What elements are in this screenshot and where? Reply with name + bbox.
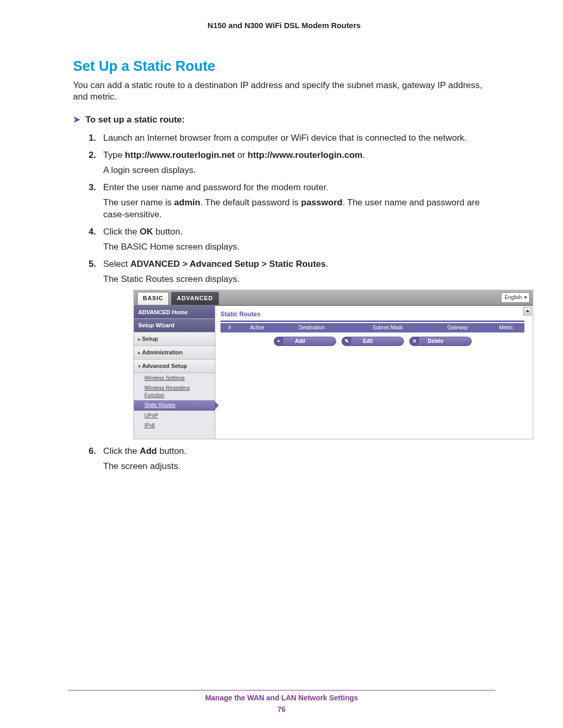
steps-list: Launch an Internet browser from a comput… bbox=[89, 132, 495, 472]
sub-wireless-repeating[interactable]: Wireless Repeating Function bbox=[134, 383, 215, 400]
doc-header: N150 and N300 WiFi DSL Modem Routers bbox=[73, 21, 495, 30]
sidebar-sub-items: Wireless Settings Wireless Repeating Fun… bbox=[134, 373, 215, 431]
sub-upnp[interactable]: UPnP bbox=[134, 411, 215, 421]
step-2-url2: http://www.routerlogin.com bbox=[248, 150, 362, 160]
step-2-pre: Type bbox=[103, 150, 125, 160]
document-page: N150 and N300 WiFi DSL Modem Routers Set… bbox=[0, 0, 563, 728]
arrow-icon: ➤ bbox=[73, 114, 80, 125]
sub-static-routes[interactable]: Static Routes bbox=[134, 400, 215, 411]
footer-title: Manage the WAN and LAN Network Settings bbox=[205, 694, 358, 702]
main-panel: Static Routes # Active Destination Subne… bbox=[215, 306, 533, 439]
sub-static-routes-wrap: Static Routes bbox=[134, 400, 215, 411]
step-4: Click the OK button. The BASIC Home scre… bbox=[89, 226, 495, 253]
table-header: # Active Destination Subnet Mask Gateway… bbox=[221, 323, 524, 332]
footer-divider bbox=[68, 690, 495, 690]
edit-label: Edit bbox=[363, 338, 373, 345]
step-6: Click the Add button. The screen adjusts… bbox=[89, 446, 495, 473]
col-active: Active bbox=[239, 324, 275, 331]
sidebar-setup-wizard[interactable]: Setup Wizard bbox=[134, 319, 215, 332]
step-4-bold: OK bbox=[140, 227, 153, 237]
delete-label: Delete bbox=[427, 338, 443, 345]
step-3-note: The user name is admin. The default pass… bbox=[103, 197, 495, 221]
page-number: 76 bbox=[0, 705, 563, 713]
footer: Manage the WAN and LAN Network Settings … bbox=[0, 694, 563, 713]
sidebar-advanced-setup[interactable]: Advanced Setup bbox=[134, 360, 215, 373]
panel-title: Static Routes bbox=[221, 308, 524, 320]
sidebar-advanced-home[interactable]: ADVANCED Home bbox=[134, 306, 215, 319]
x-icon: ✕ bbox=[410, 337, 420, 346]
step-5-note: The Static Routes screen displays. bbox=[103, 274, 495, 286]
step-2: Type http://www.routerlogin.net or http:… bbox=[89, 150, 495, 177]
step-6-bold: Add bbox=[140, 446, 157, 456]
step-1-text: Launch an Internet browser from a comput… bbox=[103, 133, 467, 143]
step-3: Enter the user name and password for the… bbox=[89, 182, 495, 221]
sidebar: ADVANCED Home Setup Wizard Setup Adminis… bbox=[134, 306, 215, 439]
sidebar-administration[interactable]: Administration bbox=[134, 346, 215, 360]
router-body: ADVANCED Home Setup Wizard Setup Adminis… bbox=[134, 306, 533, 439]
col-subnet: Subnet Mask bbox=[348, 324, 427, 331]
step-2-mid: or bbox=[235, 150, 248, 160]
step-2-note: A login screen displays. bbox=[103, 165, 495, 177]
add-label: Add bbox=[295, 338, 305, 345]
step-5-post: . bbox=[326, 259, 328, 269]
col-hash: # bbox=[221, 324, 239, 331]
tab-advanced[interactable]: ADVANCED bbox=[171, 292, 219, 305]
col-gateway: Gateway bbox=[427, 324, 488, 331]
col-metric: Metric bbox=[488, 324, 524, 331]
step-2-url1: http://www.routerlogin.net bbox=[125, 150, 235, 160]
edit-button[interactable]: ✎ Edit bbox=[341, 337, 404, 346]
sidebar-setup[interactable]: Setup bbox=[134, 332, 215, 346]
step-4-pre: Click the bbox=[103, 227, 140, 237]
router-ui-screenshot: BASIC ADVANCED English ADVANCED Home Set… bbox=[133, 290, 533, 439]
step-1: Launch an Internet browser from a comput… bbox=[89, 132, 495, 144]
divider bbox=[221, 320, 524, 322]
step-5-pre: Select bbox=[103, 259, 130, 269]
procedure-title: To set up a static route: bbox=[85, 115, 185, 125]
step-2-post: . bbox=[362, 150, 365, 160]
step-5: Select ADVANCED > Advanced Setup > Stati… bbox=[89, 258, 495, 439]
pencil-icon: ✎ bbox=[342, 337, 352, 346]
step-6-pre: Click the bbox=[103, 446, 140, 456]
language-select[interactable]: English bbox=[501, 292, 530, 303]
step-5-bold: ADVANCED > Advanced Setup > Static Route… bbox=[130, 259, 326, 269]
col-destination: Destination bbox=[275, 324, 348, 331]
action-row: + Add ✎ Edit ✕ Delete bbox=[221, 332, 524, 350]
plus-icon: + bbox=[274, 337, 284, 346]
delete-button[interactable]: ✕ Delete bbox=[409, 337, 472, 346]
tab-basic[interactable]: BASIC bbox=[137, 292, 169, 305]
intro-text: You can add a static route to a destinat… bbox=[73, 80, 495, 103]
tab-bar: BASIC ADVANCED English bbox=[134, 290, 533, 306]
sub-ipv6[interactable]: IPv6 bbox=[134, 421, 215, 431]
scroll-up-icon[interactable] bbox=[523, 307, 532, 315]
step-6-note: The screen adjusts. bbox=[103, 461, 495, 473]
language-label: English bbox=[505, 294, 522, 301]
sub-wireless-settings[interactable]: Wireless Settings bbox=[134, 373, 215, 384]
step-4-note: The BASIC Home screen displays. bbox=[103, 241, 495, 253]
add-button[interactable]: + Add bbox=[274, 337, 336, 346]
section-title: Set Up a Static Route bbox=[73, 58, 495, 75]
step-4-post: button. bbox=[153, 227, 182, 237]
procedure-heading: ➤ To set up a static route: bbox=[73, 114, 495, 125]
step-6-post: button. bbox=[157, 446, 187, 456]
step-3-text: Enter the user name and password for the… bbox=[103, 182, 328, 192]
